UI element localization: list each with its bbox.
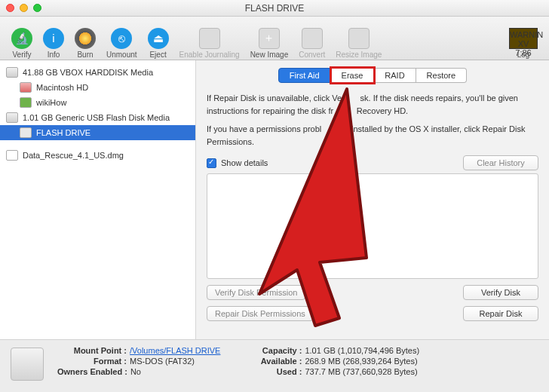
volume-icon — [20, 82, 32, 93]
convert-icon — [302, 28, 323, 49]
eject-icon: ⏏ — [148, 28, 169, 49]
harddisk-icon — [6, 67, 18, 78]
disk-item-dmg[interactable]: Data_Rescue_4.1_US.dmg — [0, 148, 195, 163]
show-details-label: Show details — [221, 158, 268, 167]
format-value: MS-DOS (FAT32) — [130, 357, 195, 366]
show-details-checkbox[interactable] — [207, 158, 216, 168]
drive-preview-icon — [11, 348, 44, 381]
tab-restore[interactable]: Restore — [416, 68, 468, 83]
repair-perm-button: Repair Disk Permissions — [207, 306, 314, 321]
eject-button[interactable]: ⏏Eject — [144, 20, 173, 59]
warning-icon: WARNINXV 7:86 — [509, 28, 538, 49]
verify-perm-button: Verify Disk Permission — [207, 285, 305, 300]
usb-icon — [20, 127, 32, 138]
journal-button: Enable Journaling — [176, 20, 244, 59]
volume-icon — [20, 97, 32, 108]
disk-item-flashdrive[interactable]: FLASH DRIVE — [0, 125, 195, 140]
main-panel: First Aid Erase RAID Restore If Repair D… — [196, 60, 549, 339]
harddisk-icon — [6, 112, 18, 123]
resize-button: Resize Image — [332, 20, 385, 59]
window-title: FLASH DRIVE — [0, 3, 549, 14]
tabs: First Aid Erase RAID Restore — [207, 68, 538, 83]
footer: Mount Point :/Volumes/FLASH DRIVE Format… — [0, 339, 549, 392]
unmount-icon: ⎋ — [111, 28, 132, 49]
convert-button: Convert — [295, 20, 329, 59]
owners-value: No — [130, 367, 141, 376]
tab-erase[interactable]: Erase — [331, 68, 375, 83]
tab-first-aid[interactable]: First Aid — [278, 68, 331, 83]
log-button[interactable]: WARNINXV 7:86Log — [505, 20, 541, 59]
repair-disk-button[interactable]: Repair Disk — [463, 306, 538, 321]
titlebar: FLASH DRIVE — [0, 0, 549, 17]
disk-item-vbox[interactable]: 41.88 GB VBOX HARDDISK Media — [0, 65, 195, 80]
toolbar: 🔬Verify iInfo Burn ⎋Unmount ⏏Eject Enabl… — [0, 17, 549, 60]
used-value: 737.7 MB (737,660,928 Bytes) — [305, 367, 417, 376]
info-icon: i — [43, 28, 64, 49]
clear-history-button: Clear History — [463, 155, 538, 170]
info-text-1: If Repair Disk is unavailable, click Ve … — [207, 92, 538, 117]
disk-item-macintosh[interactable]: Macintosh HD — [0, 80, 195, 95]
new-image-button[interactable]: ＋New Image — [247, 20, 293, 59]
microscope-icon: 🔬 — [11, 28, 32, 49]
tab-raid[interactable]: RAID — [374, 68, 416, 83]
capacity-value: 1.01 GB (1,010,794,496 Bytes) — [305, 346, 419, 355]
disk-item-wikihow[interactable]: wikiHow — [0, 95, 195, 110]
burn-icon — [75, 28, 96, 49]
details-output — [207, 173, 538, 279]
verify-disk-button[interactable]: Verify Disk — [463, 285, 538, 300]
available-value: 268.9 MB (268,939,264 Bytes) — [305, 357, 417, 366]
dmg-icon — [6, 150, 18, 161]
new-image-icon: ＋ — [259, 28, 280, 49]
info-button[interactable]: iInfo — [39, 20, 68, 59]
sidebar: 41.88 GB VBOX HARDDISK Media Macintosh H… — [0, 60, 196, 339]
info-text-2: If you have a permissions probl installe… — [207, 123, 538, 148]
journal-icon — [199, 28, 220, 49]
resize-icon — [348, 28, 370, 49]
unmount-button[interactable]: ⎋Unmount — [103, 20, 141, 59]
burn-button[interactable]: Burn — [71, 20, 100, 59]
verify-button[interactable]: 🔬Verify — [8, 20, 36, 59]
mount-point-link[interactable]: /Volumes/FLASH DRIVE — [130, 346, 220, 355]
disk-item-usb[interactable]: 1.01 GB Generic USB Flash Disk Media — [0, 110, 195, 125]
